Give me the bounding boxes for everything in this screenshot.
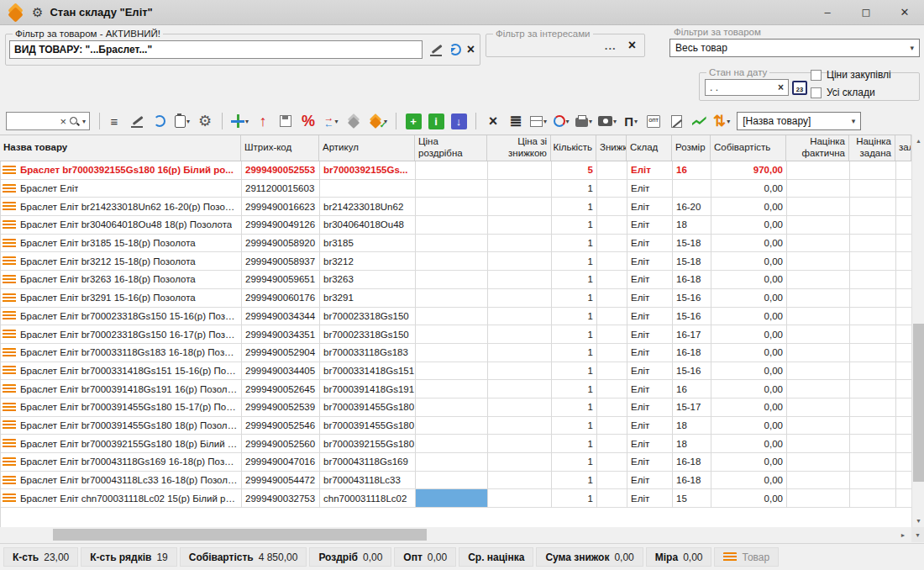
purchase-prices-checkbox[interactable]: Ціни закупівлі (811, 69, 891, 81)
cell-size[interactable]: 15-18 (673, 252, 711, 271)
cell-markup_actual[interactable] (787, 216, 850, 235)
cell-name[interactable]: Браслет Еліт br3263 16-18(р) Позолота (1, 271, 242, 289)
col-discount[interactable]: Знижка (596, 135, 627, 161)
edit-doc-icon[interactable] (666, 110, 686, 132)
percent-icon[interactable]: % (298, 110, 318, 132)
cell-price_retail[interactable] (416, 453, 488, 472)
cell-barcode[interactable]: 2999490058937 (242, 252, 320, 271)
cell-discount[interactable] (597, 362, 627, 381)
cell-qty[interactable]: 1 (552, 235, 597, 253)
cell-discount[interactable] (597, 380, 627, 398)
cell-barcode[interactable]: 2999490058920 (242, 235, 320, 253)
horizontal-scrollbar[interactable]: ► ▼ (0, 527, 924, 543)
search-icon[interactable] (69, 116, 80, 127)
cell-barcode[interactable]: 2999490052904 (242, 344, 320, 362)
cell-article[interactable]: br7000331418Gs151 (320, 362, 416, 381)
cell-size[interactable]: 16-18 (673, 271, 711, 289)
refresh-icon[interactable] (150, 110, 170, 132)
interest-filter-clear-x-icon[interactable]: × (628, 39, 636, 52)
cell-markup_actual[interactable] (787, 180, 850, 198)
cell-zal[interactable] (896, 161, 911, 180)
cell-qty[interactable]: 1 (552, 252, 597, 271)
table-row[interactable]: Браслет Еліт29112000156031Еліт0,00 (1, 180, 911, 198)
cell-markup_actual[interactable] (787, 325, 850, 344)
cell-qty[interactable]: 5 (552, 161, 597, 180)
cell-discount[interactable] (597, 289, 627, 308)
cell-price_disc[interactable] (488, 198, 552, 216)
cell-size[interactable]: 16-17 (673, 325, 711, 344)
cell-warehouse[interactable]: Еліт (627, 252, 673, 271)
cell-markup_set[interactable] (850, 271, 896, 289)
cell-discount[interactable] (597, 180, 627, 198)
cell-markup_set[interactable] (850, 198, 896, 216)
cell-cost[interactable]: 970,00 (711, 161, 787, 180)
calendar-icon[interactable]: 23 (792, 81, 807, 95)
cell-price_retail[interactable] (416, 216, 488, 235)
cell-price_disc[interactable] (488, 271, 552, 289)
edit-pencil-icon[interactable] (127, 110, 147, 132)
cell-price_retail[interactable] (416, 235, 488, 253)
table-row[interactable]: Браслет Еліт br7000391455Gs180 18(р) Поз… (1, 417, 911, 435)
table-row[interactable]: Браслет br7000392155Gs180 16(р) Білий ро… (1, 161, 911, 180)
cell-discount[interactable] (597, 417, 627, 435)
cell-price_retail[interactable] (416, 161, 488, 180)
cell-qty[interactable]: 1 (552, 380, 597, 398)
cell-markup_set[interactable] (850, 325, 896, 344)
save-layout-icon[interactable] (276, 110, 296, 132)
scroll-right-arrow-icon[interactable]: ► (895, 527, 911, 542)
cell-name[interactable]: Браслет br7000392155Gs180 16(р) Білий ро… (1, 161, 242, 180)
cell-size[interactable]: 16 (673, 380, 711, 398)
cell-size[interactable]: 15-18 (673, 235, 711, 253)
cell-barcode[interactable]: 2999490052560 (242, 435, 320, 453)
cell-cost[interactable]: 0,00 (711, 362, 787, 381)
cell-name[interactable]: Браслет Еліт br7000391455Gs180 15-17(р) … (1, 398, 242, 417)
table-row[interactable]: Браслет Еліт br3263 16-18(р) Позолота299… (1, 271, 911, 289)
date-clear-x-icon[interactable]: × (778, 82, 784, 93)
cell-cost[interactable]: 0,00 (711, 235, 787, 253)
cell-name[interactable]: Браслет Еліт br700043118Lc33 16-18(р) По… (1, 472, 242, 490)
cell-barcode[interactable]: 2999490047016 (242, 453, 320, 472)
vertical-scrollbar-thumb[interactable] (913, 324, 924, 482)
cell-name[interactable]: Браслет Еліт br7000331418Gs151 15-16(р) … (1, 362, 242, 381)
cell-price_disc[interactable] (488, 472, 552, 490)
cell-discount[interactable] (597, 453, 627, 472)
col-quantity[interactable]: Кількість (551, 135, 596, 161)
cell-markup_actual[interactable] (787, 380, 850, 398)
cell-markup_set[interactable] (850, 380, 896, 398)
table-row[interactable]: Браслет Еліт br214233018Un62 16-20(р) По… (1, 198, 911, 216)
cell-barcode[interactable]: 2999490052546 (242, 417, 320, 435)
cell-price_retail[interactable] (416, 344, 488, 362)
cell-markup_actual[interactable] (787, 198, 850, 216)
table-row[interactable]: Браслет Еліт br3185 15-18(р) Позолота299… (1, 235, 911, 253)
cell-article[interactable]: chn700031118Lc02 (320, 489, 416, 508)
cell-name[interactable]: Браслет Еліт br700043118Gs169 16-18(р) П… (1, 453, 242, 472)
cell-cost[interactable]: 0,00 (711, 380, 787, 398)
cell-qty[interactable]: 1 (552, 453, 597, 472)
cell-warehouse[interactable]: Еліт (627, 453, 673, 472)
cell-price_retail[interactable] (416, 435, 488, 453)
cell-price_retail[interactable] (416, 252, 488, 271)
cell-price_retail[interactable] (416, 325, 488, 344)
cell-article[interactable]: br7000391418Gs191 (320, 380, 416, 398)
opt-doc-icon[interactable]: ОПТ (643, 110, 664, 132)
edit-filter-pencil-icon[interactable] (428, 43, 444, 56)
cell-cost[interactable]: 0,00 (711, 289, 787, 308)
cell-cost[interactable]: 0,00 (711, 489, 787, 508)
checkbox-box[interactable] (811, 70, 822, 81)
cell-cost[interactable]: 0,00 (711, 216, 787, 235)
cell-warehouse[interactable]: Еліт (627, 325, 673, 344)
search-dropdown-icon[interactable]: ▾ (82, 118, 86, 125)
cell-size[interactable]: 15-16 (673, 362, 711, 381)
cell-price_retail[interactable] (416, 380, 488, 398)
cell-markup_actual[interactable] (787, 398, 850, 417)
cell-name[interactable]: Браслет Еліт chn700031118Lc02 15(р) Біли… (1, 489, 242, 508)
cell-markup_actual[interactable] (787, 362, 850, 381)
cell-name[interactable]: Браслет Еліт br304064018Ou48 18(р) Позол… (1, 216, 242, 235)
cell-article[interactable]: br7000392155Gs180 (320, 435, 416, 453)
table-row[interactable]: Браслет Еліт br700043118Lc33 16-18(р) По… (1, 472, 911, 490)
cell-markup_set[interactable] (850, 308, 896, 326)
info-button[interactable]: i (426, 110, 446, 132)
cell-size[interactable] (673, 180, 711, 198)
cell-cost[interactable]: 0,00 (711, 398, 787, 417)
cell-warehouse[interactable]: Еліт (627, 235, 673, 253)
